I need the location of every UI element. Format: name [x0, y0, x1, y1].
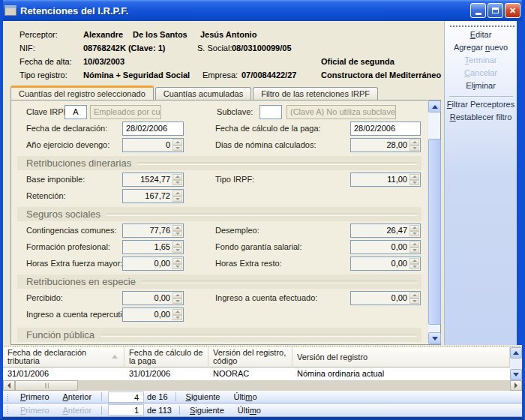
- horas-fuerza-mayor-spinner[interactable]: [172, 258, 182, 269]
- spin-up-icon: [176, 192, 180, 194]
- registro-position-input[interactable]: 4: [108, 392, 144, 403]
- perceptor-apellido1: De los Santos: [133, 30, 188, 39]
- dias-nomina-input[interactable]: 28,00: [350, 138, 421, 152]
- spin-up-icon: [412, 294, 417, 296]
- action-agregar-nuevo[interactable]: Agregar nuevo: [445, 43, 522, 56]
- puesto-value: Oficial de segunda: [321, 57, 394, 66]
- horas-resto-input[interactable]: 0,00: [350, 256, 421, 271]
- action-restablecer-filtro[interactable]: Restablecer filtro: [445, 112, 522, 125]
- scroll-left-button[interactable]: [3, 380, 15, 391]
- titlebar[interactable]: Retenciones del I.R.P.F. ✕: [0, 0, 525, 21]
- action-pane-grip[interactable]: [449, 23, 516, 27]
- cell-fecha-declaracion[interactable]: 31/01/2006: [3, 368, 124, 380]
- spin-down-icon: [412, 232, 417, 235]
- col-header-fecha-calculo[interactable]: Fecha de cálculo de la paga: [124, 347, 208, 368]
- horas-resto-spinner[interactable]: [410, 258, 419, 269]
- menu-separator: [449, 96, 513, 98]
- percibido-label: Percibido:: [26, 293, 63, 302]
- tab-filtro-retenciones[interactable]: Filtro de las retenciones IRPF: [253, 87, 378, 100]
- nav-primero-registro[interactable]: Primero: [20, 392, 50, 401]
- minimize-button[interactable]: [470, 3, 486, 18]
- maximize-button[interactable]: [488, 3, 503, 18]
- ingreso-repercutido-input[interactable]: 0,00: [122, 308, 184, 322]
- arrow-down-icon: [513, 373, 519, 376]
- tab-page-cuantias: Clave IRPF: A Empleados por cuenta ajen …: [10, 100, 441, 345]
- ingreso-repercutido-spinner[interactable]: [172, 309, 182, 320]
- nav-siguiente-registro[interactable]: Siguiente: [186, 392, 220, 401]
- spin-up-icon: [412, 141, 417, 143]
- grid-hscrollbar[interactable]: [3, 380, 522, 391]
- registros-navbar: Primero Anterior 4 de 16 Siguiente Últim…: [3, 391, 522, 404]
- fecha-calculo-label: Fecha de cálculo de la paga:: [215, 124, 321, 133]
- navbar-grip[interactable]: [7, 406, 9, 414]
- action-eliminar[interactable]: Eliminar: [445, 81, 522, 94]
- percibido-input[interactable]: 0,00: [122, 291, 184, 305]
- arrow-up-icon: [432, 105, 438, 109]
- nav-primero-perceptor: Primero: [20, 406, 50, 415]
- action-editar[interactable]: Editar: [445, 30, 522, 43]
- dias-nomina-spinner[interactable]: [410, 140, 419, 151]
- ano-devengo-spinner[interactable]: [172, 140, 182, 151]
- tab-cuantias-acumuladas[interactable]: Cuantías acumuladas: [155, 87, 251, 100]
- action-filtrar-perceptores[interactable]: Filtrar Perceptores: [445, 100, 522, 112]
- tipo-irpf-spinner[interactable]: [410, 174, 419, 185]
- desempleo-label: Desempleo:: [215, 226, 260, 235]
- spin-down-icon: [412, 266, 417, 268]
- percibido-spinner[interactable]: [172, 292, 182, 304]
- contingencias-spinner[interactable]: [172, 225, 182, 236]
- grid-scroll-up-button[interactable]: [510, 347, 522, 358]
- grid-row[interactable]: 31/01/2006 31/01/2006 NOORAC Nómina ordi…: [3, 368, 510, 380]
- grid-scroll-down-button[interactable]: [510, 369, 522, 380]
- formacion-input[interactable]: 1,65: [122, 240, 184, 254]
- tipo-registro-value: Nómina + Seguridad Social: [83, 70, 190, 80]
- navbar-grip[interactable]: [7, 393, 9, 401]
- col-header-fecha-declaracion[interactable]: Fecha de declaración tributaria: [3, 347, 124, 368]
- ingreso-efectuado-spinner[interactable]: [410, 292, 419, 304]
- fondo-garantia-label: Fondo garantía salarial:: [215, 242, 302, 251]
- perceptor-position-input[interactable]: 1: [108, 404, 144, 416]
- scroll-right-button[interactable]: [510, 380, 522, 391]
- nav-anterior-registro[interactable]: Anterior: [63, 392, 92, 401]
- nav-ultimo-perceptor[interactable]: Último: [238, 406, 261, 415]
- scroll-up-button[interactable]: [428, 100, 441, 112]
- spin-up-icon: [412, 226, 417, 229]
- form-scrollbar-thumb[interactable]: [428, 139, 441, 325]
- ingreso-efectuado-input[interactable]: 0,00: [350, 291, 421, 305]
- retencion-input[interactable]: 167,72: [122, 189, 184, 203]
- fondo-garantia-spinner[interactable]: [410, 242, 419, 253]
- formacion-spinner[interactable]: [172, 242, 182, 253]
- fondo-garantia-input[interactable]: 0,00: [350, 240, 421, 254]
- form-scrollbar[interactable]: [428, 100, 440, 344]
- cell-version-registro[interactable]: Nómina ordinaria actual: [292, 368, 510, 380]
- desempleo-input[interactable]: 26,47: [350, 224, 421, 238]
- desempleo-spinner[interactable]: [410, 225, 419, 236]
- cell-version-codigo[interactable]: NOORAC: [208, 368, 292, 380]
- nav-siguiente-perceptor[interactable]: Siguiente: [190, 406, 224, 415]
- ano-devengo-input[interactable]: 0: [122, 138, 184, 152]
- nav-ultimo-registro[interactable]: Último: [233, 392, 256, 401]
- base-imponible-spinner[interactable]: [172, 174, 182, 185]
- tipo-registro-label: Tipo registro:: [20, 70, 68, 80]
- arrow-down-icon: [432, 337, 438, 340]
- col-header-version-registro[interactable]: Versión del registro: [292, 347, 510, 368]
- subclave-input[interactable]: [260, 105, 282, 119]
- fecha-calculo-input[interactable]: 28/02/2006: [350, 122, 421, 136]
- close-button[interactable]: ✕: [505, 3, 520, 18]
- cell-fecha-calculo[interactable]: 31/01/2006: [124, 368, 208, 380]
- arrow-up-icon: [513, 351, 519, 355]
- section-retribuciones-dinerarias: Retribuciones dinerarias: [17, 156, 422, 170]
- hscrollbar-thumb[interactable]: [15, 380, 78, 391]
- tab-cuantias-registro[interactable]: Cuantías del registro seleccionado: [10, 86, 154, 100]
- hscrollbar-track[interactable]: [78, 380, 510, 391]
- base-imponible-input[interactable]: 1524,77: [122, 172, 184, 187]
- tipo-irpf-input[interactable]: 11,00: [350, 172, 421, 187]
- contingencias-input[interactable]: 77,76: [122, 224, 184, 238]
- horas-fuerza-mayor-input[interactable]: 0,00: [122, 256, 184, 271]
- col-header-version-codigo[interactable]: Versión del registro, código: [208, 347, 292, 368]
- grid-scrollbar[interactable]: [510, 347, 522, 380]
- clave-irpf-desc: Empleados por cuenta ajen: [90, 105, 161, 119]
- fecha-declaracion-input[interactable]: 28/02/2006: [122, 122, 184, 136]
- clave-irpf-input[interactable]: A: [64, 105, 87, 119]
- scroll-down-button[interactable]: [428, 332, 441, 344]
- retencion-spinner[interactable]: [172, 190, 182, 202]
